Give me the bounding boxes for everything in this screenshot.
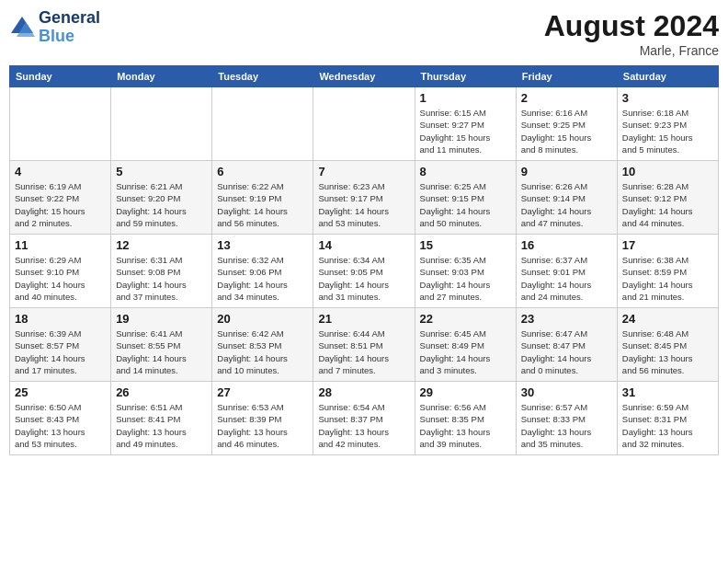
weekday-header-tuesday: Tuesday <box>212 66 313 87</box>
day-info: Sunrise: 6:22 AMSunset: 9:19 PMDaylight:… <box>217 180 308 229</box>
day-number: 28 <box>318 385 409 399</box>
week-row-2: 4Sunrise: 6:19 AMSunset: 9:22 PMDaylight… <box>10 161 719 235</box>
day-number: 5 <box>116 165 207 178</box>
calendar-cell: 2Sunrise: 6:16 AMSunset: 9:25 PMDaylight… <box>516 87 617 161</box>
weekday-header-sunday: Sunday <box>10 66 111 87</box>
day-number: 27 <box>217 385 308 399</box>
calendar-cell <box>10 87 111 161</box>
day-info: Sunrise: 6:59 AMSunset: 8:31 PMDaylight:… <box>622 401 713 450</box>
calendar-cell: 6Sunrise: 6:22 AMSunset: 9:19 PMDaylight… <box>212 161 313 235</box>
calendar-cell: 17Sunrise: 6:38 AMSunset: 8:59 PMDayligh… <box>617 235 718 308</box>
calendar-cell: 16Sunrise: 6:37 AMSunset: 9:01 PMDayligh… <box>516 235 617 308</box>
calendar-cell: 7Sunrise: 6:23 AMSunset: 9:17 PMDaylight… <box>313 161 415 235</box>
day-info: Sunrise: 6:15 AMSunset: 9:27 PMDaylight:… <box>420 107 511 155</box>
calendar-cell: 4Sunrise: 6:19 AMSunset: 9:22 PMDaylight… <box>10 161 111 235</box>
day-number: 21 <box>318 312 409 326</box>
day-info: Sunrise: 6:26 AMSunset: 9:14 PMDaylight:… <box>521 180 612 229</box>
day-number: 15 <box>420 238 511 252</box>
day-info: Sunrise: 6:57 AMSunset: 8:33 PMDaylight:… <box>521 401 612 450</box>
day-number: 11 <box>15 238 106 252</box>
day-info: Sunrise: 6:34 AMSunset: 9:05 PMDaylight:… <box>318 254 409 303</box>
day-info: Sunrise: 6:19 AMSunset: 9:22 PMDaylight:… <box>15 180 106 229</box>
day-info: Sunrise: 6:54 AMSunset: 8:37 PMDaylight:… <box>318 401 409 450</box>
calendar-cell: 27Sunrise: 6:53 AMSunset: 8:39 PMDayligh… <box>212 382 313 455</box>
day-number: 1 <box>420 91 511 105</box>
calendar-cell: 8Sunrise: 6:25 AMSunset: 9:15 PMDaylight… <box>415 161 516 235</box>
day-info: Sunrise: 6:29 AMSunset: 9:10 PMDaylight:… <box>15 254 106 303</box>
day-info: Sunrise: 6:31 AMSunset: 9:08 PMDaylight:… <box>116 254 207 303</box>
logo-line1: General <box>39 9 100 28</box>
logo-icon <box>9 15 35 40</box>
logo-line2: Blue <box>39 28 100 46</box>
weekday-header-thursday: Thursday <box>415 66 516 87</box>
calendar-cell: 12Sunrise: 6:31 AMSunset: 9:08 PMDayligh… <box>111 235 212 308</box>
calendar-cell: 11Sunrise: 6:29 AMSunset: 9:10 PMDayligh… <box>10 235 111 308</box>
day-info: Sunrise: 6:16 AMSunset: 9:25 PMDaylight:… <box>521 107 612 155</box>
day-number: 3 <box>622 91 713 105</box>
calendar-cell: 26Sunrise: 6:51 AMSunset: 8:41 PMDayligh… <box>111 382 212 455</box>
day-number: 10 <box>622 165 713 178</box>
day-info: Sunrise: 6:44 AMSunset: 8:51 PMDaylight:… <box>318 327 409 376</box>
day-number: 14 <box>318 238 409 252</box>
day-number: 29 <box>420 385 511 399</box>
day-info: Sunrise: 6:18 AMSunset: 9:23 PMDaylight:… <box>622 107 713 155</box>
day-info: Sunrise: 6:37 AMSunset: 9:01 PMDaylight:… <box>521 254 612 303</box>
day-info: Sunrise: 6:45 AMSunset: 8:49 PMDaylight:… <box>420 327 511 376</box>
calendar-cell: 13Sunrise: 6:32 AMSunset: 9:06 PMDayligh… <box>212 235 313 308</box>
day-number: 7 <box>318 165 409 178</box>
calendar-cell: 20Sunrise: 6:42 AMSunset: 8:53 PMDayligh… <box>212 308 313 382</box>
day-number: 8 <box>420 165 511 178</box>
calendar: SundayMondayTuesdayWednesdayThursdayFrid… <box>9 65 719 455</box>
day-number: 26 <box>116 385 207 399</box>
week-row-3: 11Sunrise: 6:29 AMSunset: 9:10 PMDayligh… <box>10 235 719 308</box>
logo-text: General Blue <box>39 9 100 46</box>
day-info: Sunrise: 6:51 AMSunset: 8:41 PMDaylight:… <box>116 401 207 450</box>
day-info: Sunrise: 6:23 AMSunset: 9:17 PMDaylight:… <box>318 180 409 229</box>
calendar-cell: 10Sunrise: 6:28 AMSunset: 9:12 PMDayligh… <box>617 161 718 235</box>
header: General Blue August 2024 Marle, France <box>9 9 719 58</box>
day-info: Sunrise: 6:42 AMSunset: 8:53 PMDaylight:… <box>217 327 308 376</box>
day-info: Sunrise: 6:48 AMSunset: 8:45 PMDaylight:… <box>622 327 713 376</box>
calendar-cell: 5Sunrise: 6:21 AMSunset: 9:20 PMDaylight… <box>111 161 212 235</box>
calendar-cell: 31Sunrise: 6:59 AMSunset: 8:31 PMDayligh… <box>617 382 718 455</box>
day-number: 9 <box>521 165 612 178</box>
week-row-4: 18Sunrise: 6:39 AMSunset: 8:57 PMDayligh… <box>10 308 719 382</box>
calendar-cell <box>313 87 415 161</box>
day-number: 19 <box>116 312 207 326</box>
day-number: 6 <box>217 165 308 178</box>
calendar-cell: 29Sunrise: 6:56 AMSunset: 8:35 PMDayligh… <box>415 382 516 455</box>
day-number: 23 <box>521 312 612 326</box>
day-number: 30 <box>521 385 612 399</box>
day-number: 4 <box>15 165 106 178</box>
day-number: 13 <box>217 238 308 252</box>
calendar-cell: 9Sunrise: 6:26 AMSunset: 9:14 PMDaylight… <box>516 161 617 235</box>
calendar-cell: 21Sunrise: 6:44 AMSunset: 8:51 PMDayligh… <box>313 308 415 382</box>
calendar-cell: 24Sunrise: 6:48 AMSunset: 8:45 PMDayligh… <box>617 308 718 382</box>
month-title: August 2024 <box>544 9 719 43</box>
day-info: Sunrise: 6:32 AMSunset: 9:06 PMDaylight:… <box>217 254 308 303</box>
week-row-5: 25Sunrise: 6:50 AMSunset: 8:43 PMDayligh… <box>10 382 719 455</box>
day-info: Sunrise: 6:28 AMSunset: 9:12 PMDaylight:… <box>622 180 713 229</box>
day-number: 25 <box>15 385 106 399</box>
day-number: 22 <box>420 312 511 326</box>
day-info: Sunrise: 6:47 AMSunset: 8:47 PMDaylight:… <box>521 327 612 376</box>
weekday-header-saturday: Saturday <box>617 66 718 87</box>
calendar-cell: 23Sunrise: 6:47 AMSunset: 8:47 PMDayligh… <box>516 308 617 382</box>
day-info: Sunrise: 6:53 AMSunset: 8:39 PMDaylight:… <box>217 401 308 450</box>
day-info: Sunrise: 6:56 AMSunset: 8:35 PMDaylight:… <box>420 401 511 450</box>
day-number: 20 <box>217 312 308 326</box>
day-number: 12 <box>116 238 207 252</box>
day-number: 24 <box>622 312 713 326</box>
day-number: 18 <box>15 312 106 326</box>
day-info: Sunrise: 6:39 AMSunset: 8:57 PMDaylight:… <box>15 327 106 376</box>
location: Marle, France <box>544 43 719 58</box>
day-info: Sunrise: 6:25 AMSunset: 9:15 PMDaylight:… <box>420 180 511 229</box>
day-number: 16 <box>521 238 612 252</box>
weekday-header-monday: Monday <box>111 66 212 87</box>
calendar-cell: 25Sunrise: 6:50 AMSunset: 8:43 PMDayligh… <box>10 382 111 455</box>
day-number: 17 <box>622 238 713 252</box>
calendar-cell: 3Sunrise: 6:18 AMSunset: 9:23 PMDaylight… <box>617 87 718 161</box>
day-number: 31 <box>622 385 713 399</box>
day-info: Sunrise: 6:41 AMSunset: 8:55 PMDaylight:… <box>116 327 207 376</box>
calendar-cell <box>111 87 212 161</box>
